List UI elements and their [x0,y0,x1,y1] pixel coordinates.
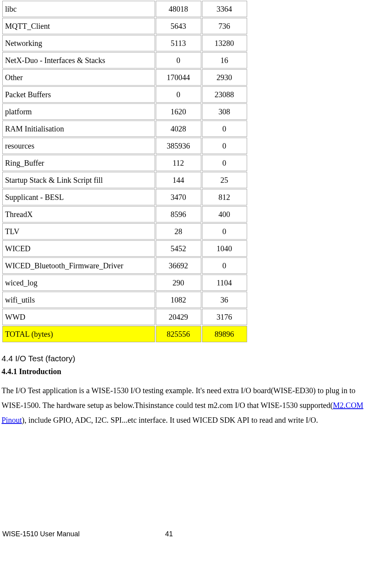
value-a-cell: 385936 [156,138,201,154]
module-name-cell: NetX-Duo - Interfaces & Stacks [2,52,155,68]
value-b-cell: 13280 [202,35,247,51]
value-a-cell: 1082 [156,292,201,308]
value-b-cell: 0 [202,257,247,274]
table-row: wifi_utils108236 [2,292,247,308]
value-b-cell: 308 [202,103,247,120]
module-name-cell: wifi_utils [2,292,155,308]
value-b-cell: 3364 [202,1,247,17]
module-name-cell: WICED [2,240,155,257]
table-row: Startup Stack & Link Script fill14425 [2,172,247,188]
value-b-cell: 736 [202,18,247,34]
module-name-cell: Other [2,69,155,86]
table-row: ThreadX8596400 [2,206,247,222]
intro-paragraph: The I/O Test application is a WISE-1530 … [2,383,364,427]
module-name-cell: Networking [2,35,155,51]
value-b-cell: 0 [202,155,247,171]
value-a-cell: 112 [156,155,201,171]
module-name-cell: resources [2,138,155,154]
value-b-cell: 3176 [202,309,247,325]
module-name-cell: Ring_Buffer [2,155,155,171]
module-name-cell: RAM Initialisation [2,121,155,137]
value-a-cell: 0 [156,52,201,68]
sub-section-heading: 4.4.1 Introduction [2,367,364,376]
page-footer: WISE-1510 User Manual 41 [0,528,366,540]
value-a-cell: 1620 [156,103,201,120]
value-a-cell: 5643 [156,18,201,34]
value-b-cell: 16 [202,52,247,68]
module-name-cell: libc [2,1,155,17]
paragraph-text-pre: The I/O Test application is a WISE-1530 … [2,386,356,410]
value-b-cell: 23088 [202,86,247,103]
value-b-cell: 2930 [202,69,247,86]
value-b-cell: 0 [202,138,247,154]
table-row: Supplicant - BESL3470812 [2,189,247,205]
module-name-cell: wiced_log [2,275,155,291]
table-row: resources3859360 [2,138,247,154]
table-row: WWD204293176 [2,309,247,325]
table-row: MQTT_Client5643736 [2,18,247,34]
total-b-cell: 89896 [202,326,247,342]
value-b-cell: 36 [202,292,247,308]
table-total-row: TOTAL (bytes)82555689896 [2,326,247,342]
module-name-cell: Startup Stack & Link Script fill [2,172,155,188]
value-b-cell: 1104 [202,275,247,291]
table-row: wiced_log2901104 [2,275,247,291]
footer-doc-title: WISE-1510 User Manual [2,530,80,538]
module-name-cell: WICED_Bluetooth_Firmware_Driver [2,257,155,274]
section-heading: 4.4 I/O Test (factory) [2,354,364,363]
value-b-cell: 1040 [202,240,247,257]
module-name-cell: Packet Buffers [2,86,155,103]
value-b-cell: 400 [202,206,247,222]
value-a-cell: 5113 [156,35,201,51]
table-row: Packet Buffers023088 [2,86,247,103]
value-a-cell: 290 [156,275,201,291]
value-a-cell: 170044 [156,69,201,86]
module-name-cell: MQTT_Client [2,18,155,34]
footer-page-number: 41 [165,530,173,538]
module-name-cell: Supplicant - BESL [2,189,155,205]
table-row: WICED_Bluetooth_Firmware_Driver366920 [2,257,247,274]
total-label-cell: TOTAL (bytes) [2,326,155,342]
table-row: RAM Initialisation40280 [2,121,247,137]
total-a-cell: 825556 [156,326,201,342]
value-a-cell: 3470 [156,189,201,205]
value-a-cell: 48018 [156,1,201,17]
value-a-cell: 5452 [156,240,201,257]
module-name-cell: TLV [2,223,155,240]
value-a-cell: 20429 [156,309,201,325]
table-row: TLV280 [2,223,247,240]
module-name-cell: platform [2,103,155,120]
value-b-cell: 0 [202,223,247,240]
value-a-cell: 4028 [156,121,201,137]
value-b-cell: 812 [202,189,247,205]
value-b-cell: 25 [202,172,247,188]
value-a-cell: 36692 [156,257,201,274]
table-row: Networking511313280 [2,35,247,51]
table-row: WICED54521040 [2,240,247,257]
value-b-cell: 0 [202,121,247,137]
paragraph-text-post: ), include GPIO, ADC, I2C. SPI...etc int… [22,416,318,424]
table-row: libc480183364 [2,1,247,17]
table-row: Other1700442930 [2,69,247,86]
table-row: Ring_Buffer1120 [2,155,247,171]
module-name-cell: ThreadX [2,206,155,222]
table-row: platform1620308 [2,103,247,120]
value-a-cell: 8596 [156,206,201,222]
module-name-cell: WWD [2,309,155,325]
table-row: NetX-Duo - Interfaces & Stacks016 [2,52,247,68]
memory-usage-table: libc480183364MQTT_Client5643736Networkin… [2,0,248,343]
value-a-cell: 144 [156,172,201,188]
value-a-cell: 28 [156,223,201,240]
value-a-cell: 0 [156,86,201,103]
